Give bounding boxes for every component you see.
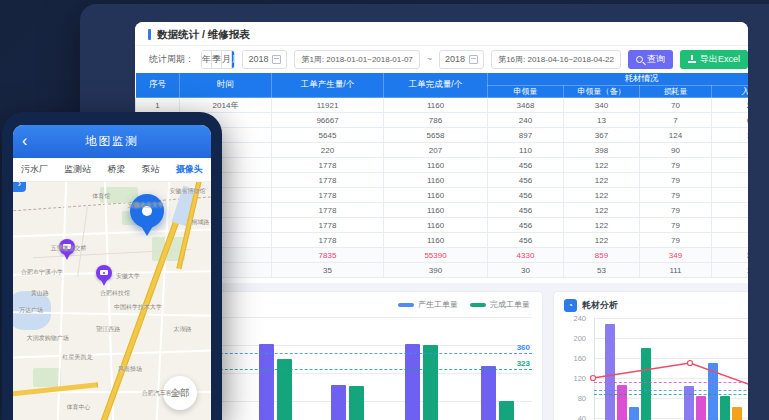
map-street xyxy=(77,206,88,277)
bar-产生工单量 xyxy=(481,366,496,420)
summary-cell: 390 xyxy=(384,263,488,278)
map-label: 合肥科技馆 xyxy=(100,289,130,298)
map-label: 体育中心 xyxy=(66,403,90,412)
end-year-value: 2018 xyxy=(445,54,465,64)
legend-swatch xyxy=(398,303,414,307)
phone-tab[interactable]: 摄像头 xyxy=(176,163,203,176)
chart-title-text: 耗材分析 xyxy=(582,299,618,312)
summary-cell: 55390 xyxy=(384,248,488,263)
table-cell: 129 xyxy=(712,128,749,143)
table-row[interactable]: 42202071103989019 xyxy=(136,143,749,158)
map-label: 安徽大学 xyxy=(116,272,140,281)
column-header: 工单产生量/个 xyxy=(272,73,384,98)
bar-产生工单量 xyxy=(331,385,346,420)
breadcrumb-accent xyxy=(148,29,151,40)
period-option[interactable]: 月 xyxy=(222,51,232,68)
phone-tab[interactable]: 监测站 xyxy=(64,163,91,176)
map-park xyxy=(33,368,61,387)
table-cell: 1160 xyxy=(384,98,488,113)
report-table: 序号时间工单产生量/个工单完成量/个耗材情况申领量申领量（备）损耗量入库量 12… xyxy=(135,72,748,278)
sub-column-header: 入库量 xyxy=(712,86,749,98)
table-row[interactable]: 5177811604561227967 xyxy=(136,158,749,173)
table-row[interactable]: 8177811604561227967 xyxy=(136,203,749,218)
start-week-input[interactable]: 第1周: 2018-01-01~2018-01-07 xyxy=(294,50,419,69)
table-cell: 122 xyxy=(564,173,640,188)
map-label: 大润发购物广场 xyxy=(27,334,69,343)
table-cell: 456 xyxy=(488,203,564,218)
table-cell: 79 xyxy=(640,173,712,188)
table-row[interactable]: 356455658897367124129 xyxy=(136,128,749,143)
table-row[interactable]: 7177811604561227967 xyxy=(136,188,749,203)
table-cell: 207 xyxy=(384,143,488,158)
table-cell: 786 xyxy=(384,113,488,128)
phone-tab[interactable]: 桥梁 xyxy=(107,163,125,176)
table-row[interactable]: 10177811604561227967 xyxy=(136,233,749,248)
table-row[interactable]: 296667786240137690 xyxy=(136,113,749,128)
reference-line xyxy=(594,394,748,395)
bar-series-purple xyxy=(605,324,615,420)
phone-tab[interactable]: 泵站 xyxy=(142,163,160,176)
reference-line-label: 360 xyxy=(517,343,530,352)
camera-marker[interactable] xyxy=(96,265,112,281)
table-cell: 122 xyxy=(564,233,640,248)
phone-tab[interactable]: 污水厂 xyxy=(21,163,48,176)
bar-完成工单量 xyxy=(423,345,438,420)
phone-mockup: ‹ 地图监测 污水厂监测站桥梁泵站摄像头 xyxy=(2,112,222,420)
table-cell: 19 xyxy=(712,143,749,158)
y-axis-line xyxy=(594,318,595,420)
table-row[interactable]: 9177811604561227967 xyxy=(136,218,749,233)
chart-legend: 产生工单量完成工单量 xyxy=(398,299,530,310)
summary-cell: 7835 xyxy=(272,248,384,263)
bar-完成工单量 xyxy=(349,386,364,420)
end-year-select[interactable]: 2018 xyxy=(439,50,484,69)
end-week-input[interactable]: 第16周: 2018-04-16~2018-04-22 xyxy=(491,50,621,69)
table-cell: 79 xyxy=(640,188,712,203)
map-label: 安徽农业大学 xyxy=(128,201,164,210)
map-label: 万达广场 xyxy=(19,306,43,315)
table-cell: 220 xyxy=(272,143,384,158)
map-view[interactable]: › 全部 体育馆安徽农业大学安徽省博物馆桐城路五里墩立交桥合肥市宁溪小学安徽大学… xyxy=(13,182,211,420)
table-row[interactable]: 12014年119211160346834070250 xyxy=(136,98,749,113)
y-axis-tick: 240 xyxy=(560,314,586,323)
query-button[interactable]: 查询 xyxy=(628,50,673,69)
period-option[interactable]: 季 xyxy=(212,51,222,68)
summary-cell: 30 xyxy=(488,263,564,278)
table-cell: 67 xyxy=(712,203,749,218)
calendar-icon xyxy=(272,55,281,64)
table-cell: 1778 xyxy=(272,173,384,188)
phone-page-title: 地图监测 xyxy=(13,134,211,149)
export-excel-button[interactable]: 导出Excel xyxy=(680,50,748,69)
table-cell: 1160 xyxy=(384,203,488,218)
table-cell: 70 xyxy=(640,98,712,113)
calendar-icon xyxy=(469,55,478,64)
period-segmented-control: 年季月周日 xyxy=(201,50,235,69)
y-axis-tick: 40 xyxy=(560,414,586,420)
map-label: 望江西路 xyxy=(96,325,120,334)
table-cell: 897 xyxy=(488,128,564,143)
chart-gridline xyxy=(594,318,748,319)
table-row[interactable]: 6177811604561227967 xyxy=(136,173,749,188)
table-cell: 79 xyxy=(640,203,712,218)
table-cell: 5658 xyxy=(384,128,488,143)
camera-icon xyxy=(100,270,108,275)
legend-item[interactable]: 产生工单量 xyxy=(398,299,458,310)
table-cell: 1778 xyxy=(272,203,384,218)
period-option[interactable]: 年 xyxy=(202,51,212,68)
legend-item[interactable]: 完成工单量 xyxy=(470,299,530,310)
legend-label: 产生工单量 xyxy=(418,299,458,310)
legend-label: 完成工单量 xyxy=(490,299,530,310)
bar-完成工单量 xyxy=(499,401,514,420)
reference-line xyxy=(594,390,748,391)
table-cell: 1 xyxy=(136,98,180,113)
chart-title: ◔耗材分析 xyxy=(564,299,618,312)
start-year-select[interactable]: 2018 xyxy=(242,50,287,69)
table-cell: 1160 xyxy=(384,158,488,173)
map-label: 合肥汽车客运站 xyxy=(142,389,184,398)
phone-screen: ‹ 地图监测 污水厂监测站桥梁泵站摄像头 xyxy=(13,125,211,420)
period-option[interactable]: 周 xyxy=(232,51,235,68)
table-cell: 11921 xyxy=(272,98,384,113)
panel-expand-button[interactable]: › xyxy=(13,182,26,192)
table-cell: 13 xyxy=(564,113,640,128)
selected-location-marker[interactable] xyxy=(130,194,164,228)
table-cell: 122 xyxy=(564,158,640,173)
